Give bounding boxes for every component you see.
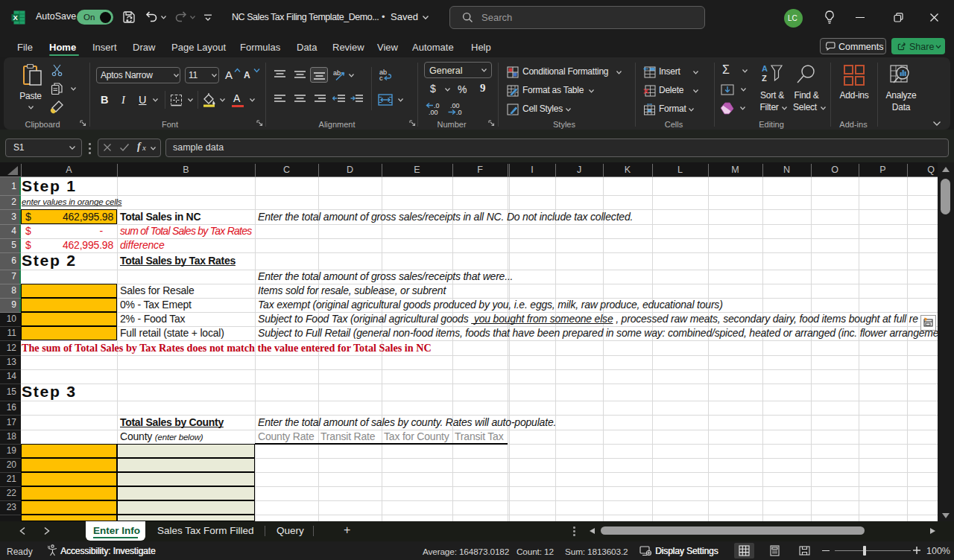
svg-text:X: X: [13, 13, 19, 22]
svg-text:c: c: [379, 74, 383, 81]
svg-text:A: A: [762, 64, 768, 73]
svg-text:.0: .0: [456, 109, 462, 115]
svg-text:ab: ab: [333, 69, 341, 77]
svg-text:Z: Z: [762, 74, 767, 83]
svg-text:.00: .00: [429, 109, 438, 115]
